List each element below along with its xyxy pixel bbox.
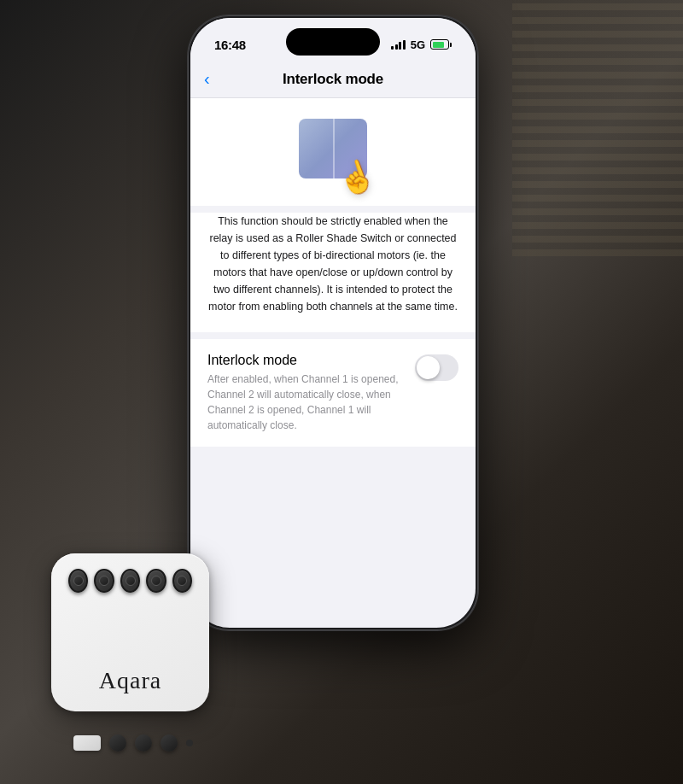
network-type-label: 5G (411, 38, 425, 51)
connector-circle-2 (135, 734, 152, 752)
signal-bar-3 (399, 42, 401, 50)
aqara-device: Aqara (51, 553, 222, 733)
terminal-inner-5 (177, 576, 187, 586)
phone-mockup: 16:48 5G (188, 15, 478, 630)
terminal-inner-4 (151, 576, 161, 586)
setting-title: Interlock mode (207, 353, 405, 368)
navigation-bar: ‹ Interlock mode (190, 61, 476, 98)
battery-icon (430, 39, 452, 50)
illustration-container: ☝ (295, 119, 371, 185)
setting-subtitle: After enabled, when Channel 1 is opened,… (207, 372, 405, 433)
terminal-inner-2 (99, 576, 109, 586)
screen-content: ☝ This function should be strictly enabl… (190, 98, 476, 628)
dynamic-island (286, 28, 380, 56)
battery-body (430, 39, 449, 50)
section-divider (190, 332, 476, 339)
battery-tip (450, 43, 452, 47)
setting-text-group: Interlock mode After enabled, when Chann… (207, 353, 405, 433)
interlock-toggle[interactable] (415, 354, 458, 381)
illustration-area: ☝ (190, 98, 476, 206)
phone-frame: 16:48 5G (188, 15, 478, 630)
description-text: This function should be strictly enabled… (190, 213, 476, 332)
status-bar: 16:48 5G (190, 18, 476, 61)
connector-circle-3 (161, 734, 178, 752)
device-body: Aqara (51, 553, 209, 711)
signal-bars-icon (391, 40, 406, 50)
battery-fill (433, 42, 445, 48)
status-right-icons: 5G (391, 38, 452, 51)
signal-bar-1 (391, 46, 394, 50)
status-time: 16:48 (214, 38, 246, 52)
toggle-illustration: ☝ (295, 119, 371, 178)
terminal-2 (94, 569, 114, 593)
page-title: Interlock mode (283, 71, 383, 88)
phone-screen: 16:48 5G (190, 18, 476, 628)
connector-dot (186, 740, 193, 746)
terminal-4 (146, 569, 166, 593)
terminal-5 (172, 569, 192, 593)
signal-bar-2 (395, 44, 398, 50)
terminal-inner-3 (126, 576, 136, 586)
terminal-1 (68, 569, 88, 593)
connector-circle-1 (109, 734, 126, 752)
terminal-row (51, 553, 209, 593)
interlock-setting-row: Interlock mode After enabled, when Chann… (207, 353, 458, 433)
back-button[interactable]: ‹ (204, 69, 210, 89)
brand-label: Aqara (99, 667, 161, 694)
terminal-3 (120, 569, 140, 593)
settings-section: Interlock mode After enabled, when Chann… (190, 339, 476, 447)
terminal-inner-1 (73, 576, 84, 586)
signal-bar-4 (403, 40, 406, 50)
connector-button (73, 735, 101, 751)
bottom-connectors (60, 728, 207, 758)
toggle-knob (417, 356, 440, 379)
